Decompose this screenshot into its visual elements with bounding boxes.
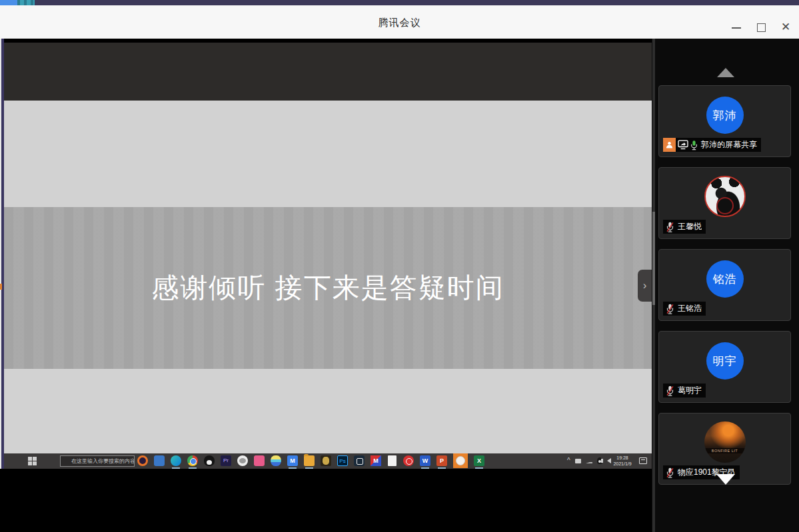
slide-body: 感谢倾听 接下来是答疑时间: [4, 207, 652, 369]
mic-muted-icon: [666, 386, 674, 396]
taskbar-clock: 19:28 2021/1/9: [605, 455, 640, 467]
close-icon[interactable]: ✕: [781, 21, 790, 34]
file-explorer-icon: [304, 455, 315, 466]
participant-tile[interactable]: 铭浩 王铭浩: [658, 249, 791, 321]
avatar: 郭沛: [706, 97, 744, 134]
scroll-up-icon[interactable]: [717, 68, 734, 77]
participants-sidebar: 郭沛 郭沛的屏幕共享: [652, 39, 799, 532]
tencent-meeting-icon: [453, 453, 468, 468]
participant-label: 王铭浩: [663, 302, 706, 316]
sidebar-collapse-button[interactable]: ›: [638, 270, 652, 302]
windows-start-icon: [28, 457, 37, 465]
desktop-taskbar-strip: [0, 0, 799, 5]
participant-name: 王铭浩: [676, 303, 702, 314]
white-doc-icon: [388, 455, 397, 466]
mountain-blue-icon: M: [287, 455, 298, 466]
participant-label: 郭沛的屏幕共享: [663, 138, 761, 152]
mic-muted-icon: [666, 304, 674, 314]
scroll-down-icon[interactable]: [716, 474, 735, 485]
mic-on-icon: [690, 140, 698, 150]
maximize-icon[interactable]: [757, 23, 766, 32]
capture-cam-icon: [354, 455, 365, 466]
tencent-meeting-window: 腾讯会议 ✕ 感谢倾听 接下来是答疑时间 在这里输入你要搜索的内容 Pr: [0, 0, 799, 532]
qq-icon: [204, 455, 215, 466]
avatar-caption: BONFIRE LIT: [704, 448, 746, 453]
word-icon: W: [420, 455, 430, 466]
avatar: 明宇: [706, 342, 744, 380]
windows-search-box: 在这里输入你要搜索的内容: [60, 455, 135, 467]
pink-app-icon: [254, 455, 265, 466]
avatar: [704, 176, 746, 217]
chrome-icon: [187, 455, 198, 466]
participant-tile[interactable]: 郭沛 郭沛的屏幕共享: [658, 85, 791, 157]
participant-name: 葛明宇: [676, 385, 702, 396]
screen-share-icon: [678, 140, 688, 150]
shared-screen-edge-marker: [0, 284, 2, 290]
tray-caret-icon: ^: [567, 457, 570, 464]
taskbar-app-icons: Pr M Ps M W P X: [137, 455, 484, 468]
slide-light-band: [4, 101, 652, 207]
participant-label: 王馨悦: [663, 220, 706, 234]
avatar: BONFIRE LIT: [704, 421, 746, 463]
wechat-icon: [237, 455, 248, 466]
dev-blue-icon: [154, 455, 165, 466]
participant-name: 王馨悦: [676, 221, 702, 232]
tray-network-icon: [586, 458, 592, 463]
sidebar-scrollbar-thumb[interactable]: [652, 212, 655, 305]
photoshop-icon: Ps: [337, 455, 348, 466]
tray-pen-icon: [575, 459, 581, 463]
action-center-icon: [639, 457, 647, 464]
slide-light-band: [4, 369, 652, 453]
participant-tile[interactable]: 王馨悦: [658, 167, 791, 239]
music-red-icon: [403, 455, 414, 466]
mic-muted-icon: [666, 222, 674, 232]
slide-text: 感谢倾听 接下来是答疑时间: [151, 270, 504, 306]
presenter-icon: [663, 138, 676, 152]
system-tray: ^: [567, 457, 611, 464]
slide-dark-band: [4, 43, 652, 101]
desktop-icon-fragment: [0, 0, 17, 5]
participant-tile[interactable]: 明宇 葛明宇: [658, 331, 791, 403]
game-gold-icon: [321, 455, 331, 466]
chevron-right-icon: ›: [643, 279, 647, 292]
avatar: 铭浩: [706, 260, 744, 298]
edge-icon: [171, 455, 181, 466]
participant-name: 郭沛的屏幕共享: [700, 139, 757, 150]
minimize-icon[interactable]: [732, 27, 741, 29]
powerpoint-icon: P: [436, 455, 447, 466]
excel-icon: X: [474, 455, 484, 466]
participant-label: 葛明宇: [663, 384, 706, 398]
mic-muted-icon: [666, 467, 674, 478]
shared-screen-view: 感谢倾听 接下来是答疑时间 在这里输入你要搜索的内容 Pr M Ps: [0, 39, 652, 532]
window-title: 腾讯会议: [0, 17, 799, 29]
clock-date: 2021/1/9: [605, 461, 640, 467]
honeycam-ring-icon: [137, 455, 148, 466]
egg-app-icon: [271, 455, 281, 466]
clock-time: 19:28: [605, 455, 640, 461]
premiere-icon: Pr: [221, 455, 231, 466]
titlebar[interactable]: 腾讯会议 ✕: [0, 5, 799, 39]
shared-windows-taskbar: 在这里输入你要搜索的内容 Pr M Ps M W P: [4, 453, 652, 469]
mario-icon: M: [371, 455, 381, 466]
